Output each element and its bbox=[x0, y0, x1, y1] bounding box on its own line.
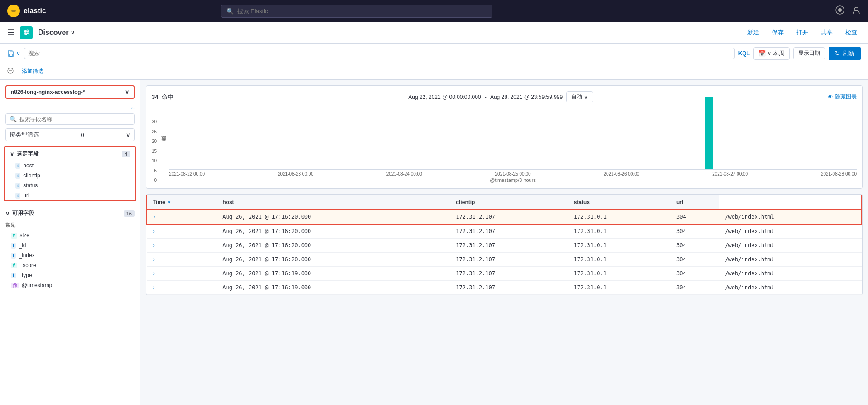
expand-arrow[interactable]: › bbox=[152, 242, 155, 249]
open-button[interactable]: 打开 bbox=[793, 27, 812, 39]
svg-rect-6 bbox=[10, 51, 12, 52]
auto-interval-button[interactable]: 自动 ∨ bbox=[566, 91, 593, 102]
table-column-header[interactable]: host bbox=[217, 195, 450, 210]
global-search[interactable]: 🔍 bbox=[221, 5, 492, 18]
field-search-input[interactable] bbox=[19, 116, 130, 122]
app-title: Discover ∨ bbox=[38, 29, 75, 37]
selected-field-item[interactable]: tclientip bbox=[5, 171, 135, 181]
share-button[interactable]: 共享 bbox=[817, 27, 836, 39]
date-picker[interactable]: 📅 ∨ 本周 bbox=[753, 47, 790, 60]
table-cell: 172.31.0.1 bbox=[569, 267, 671, 281]
hide-chart-button[interactable]: 👁 隐藏图表 bbox=[828, 93, 857, 101]
table-cell: 172.31.2.107 bbox=[450, 253, 568, 267]
expand-row-cell[interactable]: › bbox=[147, 267, 217, 281]
field-name: _id bbox=[19, 242, 26, 249]
global-search-input[interactable] bbox=[237, 8, 487, 15]
chart-bar-group bbox=[170, 106, 267, 169]
hamburger-menu[interactable]: ☰ bbox=[7, 28, 14, 38]
common-field-item[interactable]: @@timestamp bbox=[0, 280, 140, 290]
field-name: _score bbox=[20, 262, 36, 268]
table-cell: Aug 26, 2021 @ 17:16:20.000 bbox=[217, 253, 450, 267]
chevron-down-icon[interactable]: ∨ bbox=[71, 29, 75, 36]
selected-field-item[interactable]: turl bbox=[5, 190, 135, 200]
common-field-item[interactable]: #size bbox=[0, 230, 140, 240]
expand-row-cell[interactable]: › bbox=[147, 210, 217, 224]
selected-field-item[interactable]: thost bbox=[5, 161, 135, 171]
chart-date-start: Aug 22, 2021 @ 00:00:00.000 bbox=[408, 94, 481, 100]
field-name: status bbox=[23, 182, 38, 189]
chart-container: 34 命中 Aug 22, 2021 @ 00:00:00.000 - Aug … bbox=[146, 85, 863, 189]
save-search-icon[interactable]: ∨ bbox=[7, 50, 20, 57]
selected-fields-header[interactable]: ∨ 选定字段 4 bbox=[5, 147, 135, 161]
main-layout: n826-long-nginx-accesslog-* ∨ ← 🔍 按类型筛选 … bbox=[0, 80, 868, 405]
expand-arrow[interactable]: › bbox=[152, 256, 155, 263]
expand-arrow[interactable]: › bbox=[152, 228, 155, 234]
common-field-item[interactable]: #_score bbox=[0, 260, 140, 270]
collapse-sidebar-icon[interactable]: ← bbox=[130, 104, 136, 112]
chevron-down-icon[interactable]: ∨ bbox=[16, 50, 20, 57]
table-column-header[interactable]: status bbox=[569, 195, 671, 210]
table-body: ›Aug 26, 2021 @ 17:16:20.000172.31.2.107… bbox=[147, 210, 862, 295]
table-cell: /web/index.html bbox=[719, 253, 862, 267]
selected-fields-label: 选定字段 bbox=[17, 150, 39, 158]
field-type-badge: t bbox=[15, 193, 20, 199]
inspect-button[interactable]: 检查 bbox=[842, 27, 861, 39]
common-field-item[interactable]: t_type bbox=[0, 270, 140, 280]
search-input[interactable] bbox=[28, 50, 731, 57]
expand-row-cell[interactable]: › bbox=[147, 239, 217, 253]
table-row: ›Aug 26, 2021 @ 17:16:20.000172.31.2.107… bbox=[147, 253, 862, 267]
table-cell: 304 bbox=[671, 224, 719, 239]
show-dates-button[interactable]: 显示日期 bbox=[793, 47, 825, 59]
refresh-button[interactable]: ↻ 刷新 bbox=[829, 47, 861, 60]
auto-label: 自动 bbox=[571, 93, 582, 101]
table-column-header[interactable]: url bbox=[671, 195, 719, 210]
table-column-header[interactable]: clientip bbox=[450, 195, 568, 210]
table-row: ›Aug 26, 2021 @ 17:16:20.000172.31.2.107… bbox=[147, 224, 862, 239]
index-pattern-selector[interactable]: n826-long-nginx-accesslog-* ∨ bbox=[5, 85, 135, 99]
elastic-logo[interactable]: elastic bbox=[7, 5, 46, 17]
expand-row-cell[interactable]: › bbox=[147, 281, 217, 295]
field-type-badge: t bbox=[11, 243, 16, 249]
new-button[interactable]: 新建 bbox=[744, 27, 763, 39]
table-cell: /web/index.html bbox=[719, 239, 862, 253]
chart-header: 34 命中 Aug 22, 2021 @ 00:00:00.000 - Aug … bbox=[152, 91, 857, 102]
common-field-item[interactable]: t_id bbox=[0, 240, 140, 250]
available-fields-header[interactable]: ∨ 可用字段 16 bbox=[0, 207, 140, 220]
chart-x-label: 2021-08-23 00:00 bbox=[278, 171, 313, 176]
toolbar-actions: 新建 保存 打开 共享 检查 bbox=[744, 27, 861, 39]
expand-arrow[interactable]: › bbox=[152, 270, 155, 277]
table-header-row: Time ▼hostclientipstatusurl bbox=[147, 195, 862, 210]
field-type-badge: # bbox=[11, 263, 17, 268]
table-cell: /web/index.html bbox=[719, 210, 862, 224]
table-cell: 172.31.0.1 bbox=[569, 253, 671, 267]
search-input-wrap bbox=[24, 48, 735, 59]
search-row: ∨ KQL 📅 ∨ 本周 显示日期 ↻ 刷新 bbox=[0, 44, 868, 63]
content-area: 34 命中 Aug 22, 2021 @ 00:00:00.000 - Aug … bbox=[140, 80, 868, 405]
save-button[interactable]: 保存 bbox=[768, 27, 787, 39]
table-cell: 172.31.2.107 bbox=[450, 210, 568, 224]
table-cell: Aug 26, 2021 @ 17:16:19.000 bbox=[217, 267, 450, 281]
expand-arrow[interactable]: › bbox=[152, 284, 155, 291]
results-container: Time ▼hostclientipstatusurl ›Aug 26, 202… bbox=[146, 194, 863, 295]
expand-row-cell[interactable]: › bbox=[147, 253, 217, 267]
chart-x-labels: 2021-08-22 00:002021-08-23 00:002021-08-… bbox=[169, 171, 857, 176]
add-filter-button[interactable]: + 添加筛选 bbox=[17, 68, 43, 75]
type-filter[interactable]: 按类型筛选 0 ∨ bbox=[5, 128, 135, 141]
svg-rect-5 bbox=[10, 54, 12, 56]
user-icon[interactable] bbox=[852, 5, 861, 17]
table-column-header[interactable]: Time ▼ bbox=[147, 195, 217, 210]
notification-icon[interactable] bbox=[835, 5, 844, 17]
index-pattern-label: n826-long-nginx-accesslog-* bbox=[11, 89, 85, 95]
chart-timestamp-label: @timestamp/3 hours bbox=[169, 177, 857, 183]
expand-row-cell[interactable]: › bbox=[147, 224, 217, 239]
kql-badge[interactable]: KQL bbox=[738, 50, 750, 57]
expand-arrow[interactable]: › bbox=[153, 214, 156, 220]
svg-point-3 bbox=[838, 8, 842, 12]
field-name: clientip bbox=[23, 172, 40, 179]
elastic-wordmark: elastic bbox=[24, 7, 46, 15]
common-field-item[interactable]: t_index bbox=[0, 250, 140, 260]
date-separator: - bbox=[485, 93, 487, 100]
selected-field-item[interactable]: tstatus bbox=[5, 181, 135, 190]
top-navigation: elastic 🔍 bbox=[0, 0, 868, 22]
field-type-badge: t bbox=[15, 183, 20, 189]
